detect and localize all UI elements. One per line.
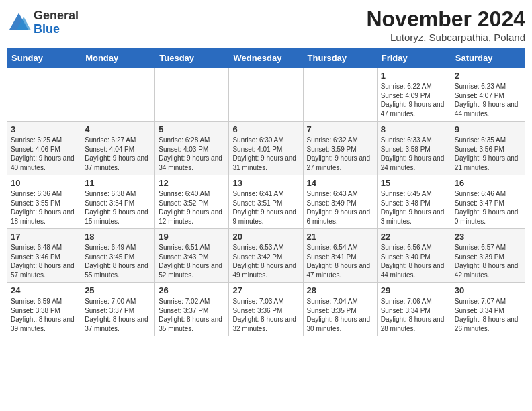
calendar-cell: 20Sunrise: 6:53 AM Sunset: 3:42 PM Dayli… — [229, 229, 303, 283]
weekday-header-tuesday: Tuesday — [155, 49, 229, 68]
day-number: 16 — [455, 178, 521, 188]
day-number: 25 — [85, 285, 151, 295]
calendar-cell: 18Sunrise: 6:49 AM Sunset: 3:45 PM Dayli… — [81, 229, 155, 283]
calendar-week-4: 17Sunrise: 6:48 AM Sunset: 3:46 PM Dayli… — [7, 229, 525, 283]
day-info: Sunrise: 6:33 AM Sunset: 3:58 PM Dayligh… — [381, 136, 447, 172]
day-info: Sunrise: 6:36 AM Sunset: 3:55 PM Dayligh… — [11, 189, 77, 226]
day-info: Sunrise: 6:53 AM Sunset: 3:42 PM Dayligh… — [232, 243, 299, 279]
day-number: 6 — [232, 124, 299, 134]
calendar-cell: 10Sunrise: 6:36 AM Sunset: 3:55 PM Dayli… — [7, 175, 81, 229]
day-number: 12 — [159, 178, 225, 188]
day-number: 7 — [307, 124, 373, 134]
day-number: 22 — [381, 232, 447, 242]
calendar-header: SundayMondayTuesdayWednesdayThursdayFrid… — [7, 49, 525, 68]
calendar-cell: 3Sunrise: 6:25 AM Sunset: 4:06 PM Daylig… — [7, 122, 81, 175]
calendar-cell: 2Sunrise: 6:23 AM Sunset: 4:07 PM Daylig… — [451, 68, 525, 122]
day-number: 5 — [159, 124, 225, 134]
calendar-cell — [229, 68, 303, 122]
calendar-cell: 30Sunrise: 7:07 AM Sunset: 3:34 PM Dayli… — [451, 283, 525, 336]
calendar-cell: 17Sunrise: 6:48 AM Sunset: 3:46 PM Dayli… — [7, 229, 81, 283]
day-number: 8 — [381, 124, 447, 134]
calendar-cell: 9Sunrise: 6:35 AM Sunset: 3:56 PM Daylig… — [451, 122, 525, 175]
calendar-cell: 21Sunrise: 6:54 AM Sunset: 3:41 PM Dayli… — [303, 229, 377, 283]
day-number: 30 — [455, 285, 521, 295]
day-info: Sunrise: 6:56 AM Sunset: 3:40 PM Dayligh… — [381, 243, 447, 279]
day-number: 27 — [232, 285, 299, 295]
calendar-cell: 28Sunrise: 7:04 AM Sunset: 3:35 PM Dayli… — [303, 283, 377, 336]
day-number: 29 — [381, 285, 447, 295]
header: General Blue November 2024 Lutoryz, Subc… — [7, 7, 525, 43]
calendar-body: 1Sunrise: 6:22 AM Sunset: 4:09 PM Daylig… — [7, 68, 525, 336]
day-number: 11 — [85, 178, 151, 188]
day-number: 28 — [307, 285, 373, 295]
day-info: Sunrise: 6:48 AM Sunset: 3:46 PM Dayligh… — [11, 243, 77, 279]
day-number: 13 — [232, 178, 299, 188]
day-info: Sunrise: 6:45 AM Sunset: 3:48 PM Dayligh… — [381, 189, 447, 226]
month-title: November 2024 — [366, 7, 525, 32]
calendar-cell: 4Sunrise: 6:27 AM Sunset: 4:04 PM Daylig… — [81, 122, 155, 175]
weekday-header-wednesday: Wednesday — [229, 49, 303, 68]
day-info: Sunrise: 6:51 AM Sunset: 3:43 PM Dayligh… — [159, 243, 225, 279]
day-info: Sunrise: 6:30 AM Sunset: 4:01 PM Dayligh… — [232, 136, 299, 172]
day-info: Sunrise: 6:28 AM Sunset: 4:03 PM Dayligh… — [159, 136, 225, 172]
calendar-cell — [155, 68, 229, 122]
calendar-cell: 1Sunrise: 6:22 AM Sunset: 4:09 PM Daylig… — [377, 68, 451, 122]
weekday-header-friday: Friday — [377, 49, 451, 68]
day-info: Sunrise: 7:00 AM Sunset: 3:37 PM Dayligh… — [85, 297, 151, 333]
location-title: Lutoryz, Subcarpathia, Poland — [366, 32, 525, 43]
calendar-cell: 13Sunrise: 6:41 AM Sunset: 3:51 PM Dayli… — [229, 175, 303, 229]
day-number: 1 — [381, 71, 447, 81]
day-info: Sunrise: 6:49 AM Sunset: 3:45 PM Dayligh… — [85, 243, 151, 279]
day-number: 4 — [85, 124, 151, 134]
logo-icon — [7, 11, 31, 35]
day-number: 24 — [11, 285, 77, 295]
day-info: Sunrise: 7:02 AM Sunset: 3:37 PM Dayligh… — [159, 297, 225, 333]
logo-general-text: General — [34, 9, 79, 23]
day-number: 20 — [232, 232, 299, 242]
calendar-cell: 26Sunrise: 7:02 AM Sunset: 3:37 PM Dayli… — [155, 283, 229, 336]
calendar-week-3: 10Sunrise: 6:36 AM Sunset: 3:55 PM Dayli… — [7, 175, 525, 229]
day-info: Sunrise: 6:54 AM Sunset: 3:41 PM Dayligh… — [307, 243, 373, 279]
calendar-cell: 29Sunrise: 7:06 AM Sunset: 3:34 PM Dayli… — [377, 283, 451, 336]
day-info: Sunrise: 6:38 AM Sunset: 3:54 PM Dayligh… — [85, 189, 151, 226]
calendar-cell: 14Sunrise: 6:43 AM Sunset: 3:49 PM Dayli… — [303, 175, 377, 229]
day-number: 15 — [381, 178, 447, 188]
day-number: 21 — [307, 232, 373, 242]
weekday-header-saturday: Saturday — [451, 49, 525, 68]
calendar-cell: 12Sunrise: 6:40 AM Sunset: 3:52 PM Dayli… — [155, 175, 229, 229]
calendar-week-2: 3Sunrise: 6:25 AM Sunset: 4:06 PM Daylig… — [7, 122, 525, 175]
day-info: Sunrise: 6:22 AM Sunset: 4:09 PM Dayligh… — [381, 82, 447, 118]
weekday-header-thursday: Thursday — [303, 49, 377, 68]
day-info: Sunrise: 7:06 AM Sunset: 3:34 PM Dayligh… — [381, 297, 447, 333]
day-info: Sunrise: 6:32 AM Sunset: 3:59 PM Dayligh… — [307, 136, 373, 172]
day-number: 18 — [85, 232, 151, 242]
day-info: Sunrise: 6:27 AM Sunset: 4:04 PM Dayligh… — [85, 136, 151, 172]
calendar-cell: 27Sunrise: 7:03 AM Sunset: 3:36 PM Dayli… — [229, 283, 303, 336]
calendar-cell: 24Sunrise: 6:59 AM Sunset: 3:38 PM Dayli… — [7, 283, 81, 336]
day-number: 17 — [11, 232, 77, 242]
calendar-cell: 6Sunrise: 6:30 AM Sunset: 4:01 PM Daylig… — [229, 122, 303, 175]
day-number: 10 — [11, 178, 77, 188]
calendar-cell: 5Sunrise: 6:28 AM Sunset: 4:03 PM Daylig… — [155, 122, 229, 175]
day-info: Sunrise: 6:59 AM Sunset: 3:38 PM Dayligh… — [11, 297, 77, 333]
logo: General Blue — [7, 9, 79, 36]
calendar-cell — [7, 68, 81, 122]
weekday-header-sunday: Sunday — [7, 49, 81, 68]
calendar-week-1: 1Sunrise: 6:22 AM Sunset: 4:09 PM Daylig… — [7, 68, 525, 122]
weekday-header-monday: Monday — [81, 49, 155, 68]
day-info: Sunrise: 6:43 AM Sunset: 3:49 PM Dayligh… — [307, 189, 373, 226]
calendar-cell — [303, 68, 377, 122]
calendar-cell: 11Sunrise: 6:38 AM Sunset: 3:54 PM Dayli… — [81, 175, 155, 229]
calendar-cell: 19Sunrise: 6:51 AM Sunset: 3:43 PM Dayli… — [155, 229, 229, 283]
day-info: Sunrise: 6:57 AM Sunset: 3:39 PM Dayligh… — [455, 243, 521, 279]
day-info: Sunrise: 6:46 AM Sunset: 3:47 PM Dayligh… — [455, 189, 521, 226]
day-number: 9 — [455, 124, 521, 134]
day-info: Sunrise: 7:03 AM Sunset: 3:36 PM Dayligh… — [232, 297, 299, 333]
calendar-cell: 16Sunrise: 6:46 AM Sunset: 3:47 PM Dayli… — [451, 175, 525, 229]
calendar-cell: 7Sunrise: 6:32 AM Sunset: 3:59 PM Daylig… — [303, 122, 377, 175]
day-info: Sunrise: 7:04 AM Sunset: 3:35 PM Dayligh… — [307, 297, 373, 333]
day-number: 3 — [11, 124, 77, 134]
calendar-cell: 15Sunrise: 6:45 AM Sunset: 3:48 PM Dayli… — [377, 175, 451, 229]
weekday-header-row: SundayMondayTuesdayWednesdayThursdayFrid… — [7, 49, 525, 68]
day-info: Sunrise: 7:07 AM Sunset: 3:34 PM Dayligh… — [455, 297, 521, 333]
